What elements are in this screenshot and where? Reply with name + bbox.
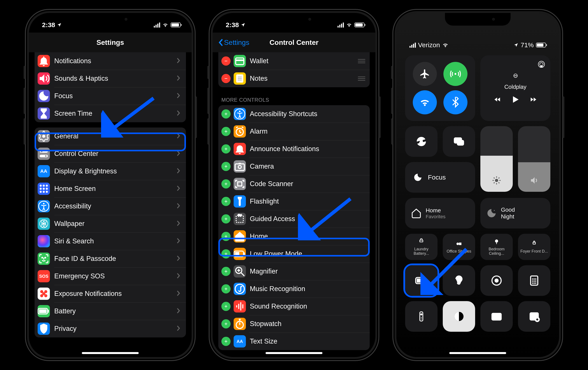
settings-row-notifications[interactable]: Notifications (35, 52, 186, 70)
home-favorites-tile[interactable]: HomeFavorites (405, 198, 475, 228)
row-label: Home Screen (54, 185, 177, 193)
airplay-icon[interactable] (537, 60, 546, 68)
accessibility-icon (38, 200, 50, 212)
settings-row-controlcenter[interactable]: Control Center (35, 145, 186, 163)
chevron-right-icon (177, 273, 180, 280)
low-power-mode-button[interactable] (405, 265, 438, 296)
quick-note-button[interactable] (518, 301, 550, 332)
drag-handle-icon[interactable] (358, 77, 365, 81)
back-button[interactable]: Settings (218, 39, 249, 47)
settings-row-battery[interactable]: Battery (35, 302, 186, 320)
more-control-home[interactable]: Home (218, 228, 370, 245)
hearing-button[interactable] (443, 265, 475, 296)
remove-button[interactable] (221, 56, 231, 66)
home-accessory-foyer[interactable]: Foyer Front D... (518, 234, 550, 260)
media-tile[interactable]: ⊖ Coldplay (480, 55, 550, 121)
homescreen-icon (38, 183, 50, 195)
svg-rect-115 (426, 279, 427, 282)
add-button[interactable] (221, 127, 231, 136)
add-button[interactable] (221, 249, 231, 258)
more-control-lowpower[interactable]: Low Power Mode (218, 245, 370, 263)
more-control-a11yshortcuts[interactable]: Accessibility Shortcuts (218, 105, 370, 123)
settings-row-siri[interactable]: Siri & Search (35, 232, 186, 250)
add-button[interactable] (221, 197, 231, 206)
more-control-camera[interactable]: Camera (218, 158, 370, 175)
included-control-wallet[interactable]: Wallet (218, 52, 370, 70)
calculator-button[interactable] (518, 265, 550, 296)
wifi-button[interactable] (413, 90, 437, 114)
cellular-icon (410, 43, 416, 48)
brightness-slider[interactable] (480, 126, 513, 192)
screen-record-button[interactable] (480, 265, 513, 296)
focus-button[interactable]: Focus (405, 162, 475, 193)
settings-row-display[interactable]: AA Display & Brightness (35, 163, 186, 180)
play-icon[interactable] (511, 95, 520, 104)
add-button[interactable] (221, 144, 231, 154)
svg-point-51 (238, 165, 241, 168)
home-icon (234, 230, 246, 243)
screen-mirroring-button[interactable] (443, 126, 475, 157)
add-button[interactable] (221, 337, 231, 346)
svg-rect-53 (225, 184, 227, 184)
more-control-guidedaccess[interactable]: Guided Access (218, 210, 370, 228)
settings-row-wallpaper[interactable]: Wallpaper (35, 215, 186, 232)
svg-point-5 (40, 185, 42, 186)
wallet-button[interactable] (480, 301, 513, 332)
home-accessory-laundry[interactable]: Laundry Battery... (405, 234, 438, 260)
prev-track-icon[interactable] (493, 96, 502, 103)
svg-rect-80 (238, 304, 239, 309)
goodnight-title: Good (501, 206, 515, 213)
drag-handle-icon[interactable] (358, 59, 365, 63)
home-accessory-office[interactable]: Office Shapes (443, 234, 475, 260)
add-button[interactable] (221, 284, 231, 293)
cellular-data-button[interactable] (443, 62, 467, 86)
home-accessory-bedroom[interactable]: Bedroom Ceiling... (480, 234, 513, 260)
battery-icon (171, 22, 181, 27)
more-control-stopwatch[interactable]: Stopwatch (218, 315, 370, 333)
add-button[interactable] (221, 214, 231, 224)
more-control-musicrec[interactable]: Music Recognition (218, 280, 370, 298)
more-control-alarm[interactable]: Alarm (218, 123, 370, 140)
settings-row-accessibility[interactable]: Accessibility (35, 197, 186, 215)
settings-row-screentime[interactable]: Screen Time (35, 105, 186, 122)
dark-mode-button[interactable] (443, 301, 475, 332)
svg-rect-62 (225, 236, 227, 236)
airplane-mode-button[interactable] (413, 62, 437, 86)
add-button[interactable] (221, 109, 231, 119)
next-track-icon[interactable] (529, 96, 538, 103)
volume-slider[interactable] (518, 126, 550, 192)
home-indicator[interactable] (266, 352, 322, 354)
settings-row-exposure[interactable]: Exposure Notifications (35, 285, 186, 302)
add-button[interactable] (221, 302, 231, 311)
settings-row-focus[interactable]: Focus (35, 87, 186, 105)
connectivity-tile[interactable] (405, 55, 475, 121)
settings-row-general[interactable]: General (35, 127, 186, 145)
add-button[interactable] (221, 162, 231, 171)
included-controls-section: Wallet Notes (218, 52, 370, 87)
orientation-lock-button[interactable] (405, 126, 438, 157)
chevron-right-icon (177, 92, 180, 100)
more-control-codescanner[interactable]: Code Scanner (218, 175, 370, 193)
more-control-textsize[interactable]: AA Text Size (218, 333, 370, 350)
remove-button[interactable] (221, 74, 231, 83)
bluetooth-button[interactable] (443, 90, 467, 114)
apple-tv-remote-button[interactable] (405, 301, 438, 332)
included-control-notes[interactable]: Notes (218, 70, 370, 87)
more-control-soundrec[interactable]: Sound Recognition (218, 298, 370, 315)
chevron-right-icon (177, 325, 180, 332)
add-button[interactable] (221, 319, 231, 329)
more-control-announce[interactable]: Announce Notifications (218, 140, 370, 158)
settings-row-homescreen[interactable]: Home Screen (35, 180, 186, 197)
good-night-tile[interactable]: GoodNight (480, 198, 550, 228)
settings-row-sos[interactable]: SOS Emergency SOS (35, 267, 186, 285)
add-button[interactable] (221, 267, 231, 276)
home-indicator[interactable] (82, 352, 139, 354)
add-button[interactable] (221, 179, 231, 188)
more-control-magnifier[interactable]: Magnifier (218, 263, 370, 280)
home-indicator[interactable] (449, 352, 506, 354)
add-button[interactable] (221, 232, 231, 241)
settings-row-privacy[interactable]: Privacy (35, 320, 186, 337)
settings-row-sounds[interactable]: Sounds & Haptics (35, 70, 186, 87)
more-control-flashlight[interactable]: Flashlight (218, 193, 370, 210)
settings-row-faceid[interactable]: Face ID & Passcode (35, 250, 186, 267)
